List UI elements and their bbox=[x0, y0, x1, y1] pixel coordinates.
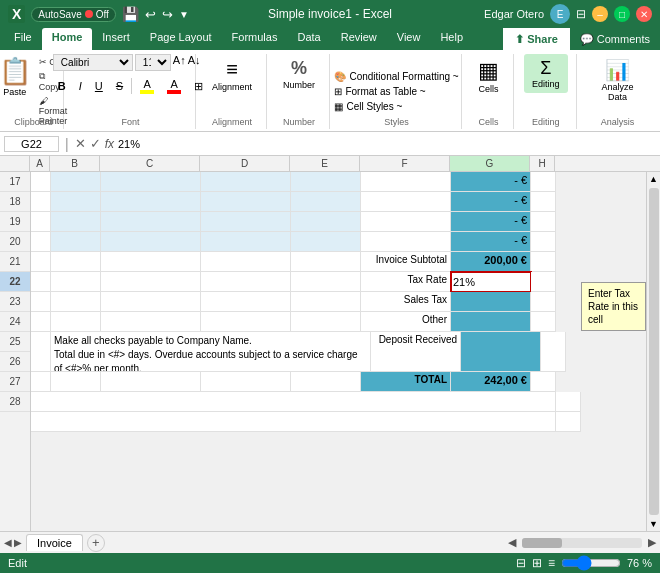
add-sheet-button[interactable]: + bbox=[87, 534, 105, 552]
cell-d17[interactable] bbox=[201, 172, 291, 192]
horizontal-scrollbar-thumb[interactable] bbox=[522, 538, 562, 548]
cell-e18[interactable] bbox=[291, 192, 361, 212]
cell-f24[interactable]: Other bbox=[361, 312, 451, 332]
cell-b23[interactable] bbox=[51, 292, 101, 312]
ribbon-display-options[interactable]: ⊟ bbox=[576, 7, 586, 21]
editing-button[interactable]: Σ Editing bbox=[524, 54, 568, 93]
row-num-25[interactable]: 25 bbox=[0, 332, 30, 352]
sheet-scroll-right[interactable]: ▶ bbox=[14, 537, 22, 548]
tab-view[interactable]: View bbox=[387, 28, 431, 50]
cell-d18[interactable] bbox=[201, 192, 291, 212]
row-num-24[interactable]: 24 bbox=[0, 312, 30, 332]
tab-home[interactable]: Home bbox=[42, 28, 93, 50]
cell-g23[interactable] bbox=[451, 292, 531, 312]
cell-a17[interactable] bbox=[31, 172, 51, 192]
undo-icon[interactable]: ↩ bbox=[145, 7, 156, 22]
conditional-formatting-button[interactable]: 🎨 Conditional Formatting ~ bbox=[331, 70, 461, 83]
increase-font-icon[interactable]: A↑ bbox=[173, 54, 186, 71]
cell-e21[interactable] bbox=[291, 252, 361, 272]
cell-h23[interactable] bbox=[531, 292, 556, 312]
cell-d26[interactable] bbox=[201, 372, 291, 392]
cell-a21[interactable] bbox=[31, 252, 51, 272]
cell-f26[interactable]: TOTAL bbox=[361, 372, 451, 392]
cell-e23[interactable] bbox=[291, 292, 361, 312]
col-header-g[interactable]: G bbox=[450, 156, 530, 171]
cell-f22[interactable]: Tax Rate bbox=[361, 272, 451, 292]
paste-button[interactable]: 📋 Paste bbox=[0, 54, 33, 99]
cell-g22[interactable] bbox=[451, 272, 531, 292]
cell-c21[interactable] bbox=[101, 252, 201, 272]
tab-file[interactable]: File bbox=[4, 28, 42, 50]
view-layout-icon[interactable]: ⊞ bbox=[532, 556, 542, 570]
cell-h18[interactable] bbox=[531, 192, 556, 212]
tab-review[interactable]: Review bbox=[331, 28, 387, 50]
cell-d22[interactable] bbox=[201, 272, 291, 292]
cell-g25[interactable] bbox=[461, 332, 541, 372]
cell-h17[interactable] bbox=[531, 172, 556, 192]
cell-d23[interactable] bbox=[201, 292, 291, 312]
cell-h22[interactable] bbox=[531, 272, 556, 292]
tab-insert[interactable]: Insert bbox=[92, 28, 140, 50]
cell-g19[interactable]: - € bbox=[451, 212, 531, 232]
col-header-h[interactable]: H bbox=[530, 156, 555, 171]
redo-icon[interactable]: ↪ bbox=[162, 7, 173, 22]
formula-input[interactable] bbox=[118, 138, 656, 150]
cell-b17[interactable] bbox=[51, 172, 101, 192]
cell-c18[interactable] bbox=[101, 192, 201, 212]
cell-h28[interactable] bbox=[556, 412, 581, 432]
font-size-select[interactable]: 11 bbox=[135, 54, 171, 71]
scroll-down-button[interactable]: ▼ bbox=[647, 517, 660, 531]
cell-27-full[interactable] bbox=[31, 392, 556, 412]
sheet-tab-invoice[interactable]: Invoice bbox=[26, 534, 83, 551]
cell-g17[interactable]: - € bbox=[451, 172, 531, 192]
close-button[interactable]: ✕ bbox=[636, 6, 652, 22]
horizontal-scrollbar-track[interactable] bbox=[522, 538, 642, 548]
col-header-f[interactable]: F bbox=[360, 156, 450, 171]
cell-b22[interactable] bbox=[51, 272, 101, 292]
cell-h19[interactable] bbox=[531, 212, 556, 232]
row-num-26[interactable]: 26 bbox=[0, 352, 30, 372]
zoom-slider[interactable] bbox=[561, 558, 621, 568]
cell-h25[interactable] bbox=[541, 332, 566, 372]
vertical-scrollbar[interactable]: ▲ ▼ bbox=[646, 172, 660, 531]
cell-a22[interactable] bbox=[31, 272, 51, 292]
font-color-button[interactable]: A bbox=[162, 76, 186, 96]
tax-rate-input[interactable] bbox=[451, 272, 530, 291]
minimize-button[interactable]: – bbox=[592, 6, 608, 22]
sheet-scroll-left[interactable]: ◀ bbox=[4, 537, 12, 548]
cell-f18[interactable] bbox=[361, 192, 451, 212]
strikethrough-button[interactable]: S bbox=[111, 78, 128, 94]
col-header-d[interactable]: D bbox=[200, 156, 290, 171]
cell-d21[interactable] bbox=[201, 252, 291, 272]
col-header-a[interactable]: A bbox=[30, 156, 50, 171]
analyze-data-button[interactable]: 📊 Analyze Data bbox=[587, 54, 649, 106]
cell-a19[interactable] bbox=[31, 212, 51, 232]
view-normal-icon[interactable]: ⊟ bbox=[516, 556, 526, 570]
scroll-right-btn[interactable]: ▶ bbox=[648, 536, 656, 549]
cell-a20[interactable] bbox=[31, 232, 51, 252]
cell-c22[interactable] bbox=[101, 272, 201, 292]
tab-formulas[interactable]: Formulas bbox=[222, 28, 288, 50]
cell-h26[interactable] bbox=[531, 372, 556, 392]
cell-e17[interactable] bbox=[291, 172, 361, 192]
cell-b24[interactable] bbox=[51, 312, 101, 332]
cell-h27[interactable] bbox=[556, 392, 581, 412]
row-num-18[interactable]: 18 bbox=[0, 192, 30, 212]
cell-g21[interactable]: 200,00 € bbox=[451, 252, 531, 272]
cells-button[interactable]: ▦ Cells bbox=[472, 54, 505, 98]
cell-e19[interactable] bbox=[291, 212, 361, 232]
number-button[interactable]: % Number bbox=[277, 54, 321, 94]
underline-button[interactable]: U bbox=[90, 78, 108, 94]
cell-g18[interactable]: - € bbox=[451, 192, 531, 212]
view-pagebreak-icon[interactable]: ≡ bbox=[548, 556, 555, 570]
cell-h21[interactable] bbox=[531, 252, 556, 272]
save-icon[interactable]: 💾 bbox=[122, 6, 139, 22]
format-as-table-button[interactable]: ⊞ Format as Table ~ bbox=[331, 85, 428, 98]
cancel-formula-icon[interactable]: ✕ bbox=[75, 136, 86, 151]
cell-c26[interactable] bbox=[101, 372, 201, 392]
cell-f21[interactable]: Invoice Subtotal bbox=[361, 252, 451, 272]
font-name-select[interactable]: Calibri bbox=[53, 54, 133, 71]
row-num-21[interactable]: 21 bbox=[0, 252, 30, 272]
cell-e22[interactable] bbox=[291, 272, 361, 292]
cell-c17[interactable] bbox=[101, 172, 201, 192]
